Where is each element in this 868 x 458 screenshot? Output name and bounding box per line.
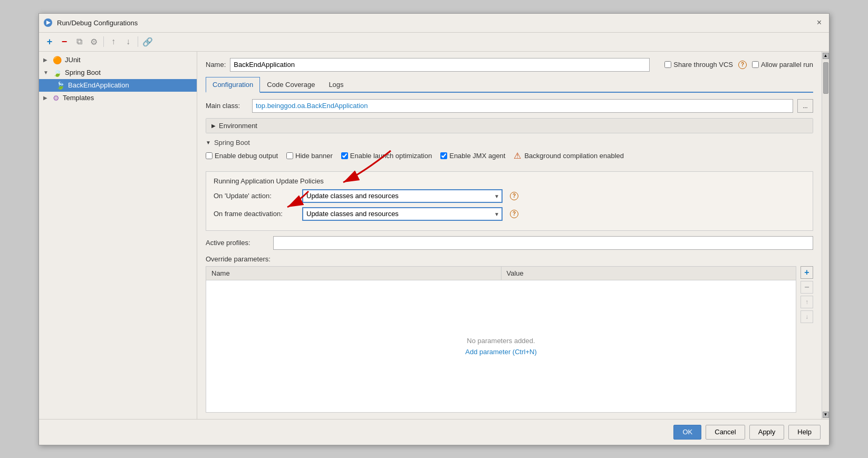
table-down-button[interactable]: ↓	[801, 310, 813, 323]
toolbar: + − ⧉ ⚙ ↑ ↓ 🔗	[39, 33, 829, 52]
env-arrow: ▶	[211, 123, 216, 129]
launch-opt-checkbox[interactable]	[341, 152, 348, 159]
jmx-agent-text: Enable JMX agent	[449, 152, 505, 160]
environment-label: Environment	[219, 122, 257, 130]
ok-button[interactable]: OK	[673, 425, 701, 440]
share-vcs-label[interactable]: Share through VCS	[664, 61, 733, 69]
tab-code-coverage[interactable]: Code Coverage	[260, 77, 322, 93]
settings-button[interactable]: ⚙	[88, 35, 100, 48]
app-icon	[43, 18, 53, 27]
jmx-agent-checkbox[interactable]	[440, 152, 447, 159]
on-frame-help-icon[interactable]: ?	[510, 210, 518, 218]
on-update-label: On 'Update' action:	[214, 192, 298, 200]
no-params-text: No parameters added.	[467, 337, 535, 345]
table-body: No parameters added. Add parameter (Ctrl…	[206, 280, 796, 412]
share-vcs-help-icon[interactable]: ?	[738, 61, 747, 69]
table-side-buttons: + − ↑ ↓	[801, 266, 813, 413]
tab-logs[interactable]: Logs	[322, 77, 350, 93]
on-update-help-icon[interactable]: ?	[510, 192, 518, 200]
debug-output-label[interactable]: Enable debug output	[206, 152, 278, 160]
springboot-section: ▼ Spring Boot Enable debug output Hide b…	[206, 139, 813, 166]
cancel-button[interactable]: Cancel	[706, 425, 745, 440]
sidebar-item-backendapp[interactable]: 🍃 BackEndApplication	[39, 79, 197, 92]
move-up-button[interactable]: ↑	[107, 35, 120, 48]
right-panel-wrapper: Name: Share through VCS ? Allow parallel…	[197, 52, 829, 419]
remove-config-button[interactable]: −	[58, 35, 71, 48]
expand-arrow-templates: ▶	[43, 95, 50, 101]
launch-opt-label[interactable]: Enable launch optimization	[341, 152, 432, 160]
sidebar-item-templates[interactable]: ▶ ⚙ Templates	[39, 92, 197, 104]
on-frame-label: On frame deactivation:	[214, 210, 298, 218]
scroll-up-button[interactable]: ▲	[823, 53, 829, 59]
main-class-row: Main class: ...	[206, 99, 813, 113]
sidebar-item-springboot-label: Spring Boot	[65, 69, 101, 76]
title-bar: Run/Debug Configurations ×	[39, 14, 829, 33]
add-config-button[interactable]: +	[43, 35, 56, 48]
table-header: Name Value	[206, 267, 796, 280]
expand-arrow-junit: ▶	[43, 57, 50, 63]
sidebar-item-junit-label: JUnit	[65, 56, 81, 64]
scroll-down-button[interactable]: ▼	[823, 412, 829, 418]
sidebar-item-springboot[interactable]: ▼ 🍃 Spring Boot	[39, 66, 197, 79]
active-profiles-row: Active profiles:	[206, 236, 813, 250]
on-update-select[interactable]: Do nothing Update classes and resources …	[302, 189, 503, 203]
right-content: Name: Share through VCS ? Allow parallel…	[197, 52, 822, 419]
name-input[interactable]	[230, 58, 650, 72]
on-frame-select[interactable]: Do nothing Update classes and resources …	[302, 207, 503, 221]
bg-compilation-label[interactable]: ⚠ Background compilation enabled	[514, 151, 624, 161]
dialog-title: Run/Debug Configurations	[57, 19, 809, 27]
share-vcs-checkbox[interactable]	[664, 61, 671, 68]
checkboxes-row: Enable debug output Hide banner Enable l…	[206, 151, 813, 161]
update-policies: Running Application Update Policies On '…	[206, 171, 813, 231]
main-content: ▶ 🟠 JUnit ▼ 🍃 Spring Boot 🍃 BackEndAppli…	[39, 52, 829, 419]
table-up-button[interactable]: ↑	[801, 296, 813, 308]
share-vcs-text: Share through VCS	[673, 61, 733, 69]
hide-banner-text: Hide banner	[295, 152, 333, 160]
scroll-area: ▲ ▼	[822, 52, 829, 419]
bottom-buttons: OK Cancel Apply Help	[39, 419, 829, 445]
templates-icon: ⚙	[53, 94, 60, 102]
table-remove-button[interactable]: −	[801, 281, 813, 294]
jmx-agent-label[interactable]: Enable JMX agent	[440, 152, 505, 160]
col-name: Name	[206, 267, 501, 280]
table-add-button[interactable]: +	[801, 266, 813, 279]
sidebar: ▶ 🟠 JUnit ▼ 🍃 Spring Boot 🍃 BackEndAppli…	[39, 52, 197, 419]
name-label: Name:	[206, 61, 226, 69]
hide-banner-checkbox[interactable]	[286, 152, 293, 159]
main-class-label: Main class:	[206, 102, 248, 110]
warning-icon: ⚠	[514, 151, 521, 161]
dialog: Run/Debug Configurations × + − ⧉ ⚙ ↑ ↓ 🔗…	[38, 13, 830, 445]
toolbar-divider	[103, 36, 104, 47]
add-param-link[interactable]: Add parameter (Ctrl+N)	[465, 348, 536, 356]
name-row: Name: Share through VCS ? Allow parallel…	[206, 58, 813, 72]
top-right-options: Share through VCS ? Allow parallel run	[664, 61, 813, 69]
sidebar-item-templates-label: Templates	[63, 94, 94, 102]
active-profiles-input[interactable]	[273, 236, 813, 250]
springboot-arrow: ▼	[206, 140, 211, 145]
tab-configuration[interactable]: Configuration	[206, 77, 260, 93]
link-button[interactable]: 🔗	[141, 35, 154, 48]
allow-parallel-checkbox[interactable]	[752, 61, 759, 68]
backendapp-icon: 🍃	[56, 81, 65, 90]
hide-banner-label[interactable]: Hide banner	[286, 152, 333, 160]
sidebar-item-junit[interactable]: ▶ 🟠 JUnit	[39, 54, 197, 66]
update-policies-title: Running Application Update Policies	[214, 177, 805, 185]
debug-output-text: Enable debug output	[215, 152, 278, 160]
col-value: Value	[501, 267, 796, 280]
allow-parallel-label[interactable]: Allow parallel run	[752, 61, 813, 69]
main-class-input[interactable]	[252, 99, 793, 113]
override-section: Override parameters: Name Value No param…	[206, 255, 813, 413]
springboot-icon: 🍃	[53, 69, 62, 77]
environment-section: ▶ Environment	[206, 118, 813, 133]
debug-output-checkbox[interactable]	[206, 152, 213, 159]
browse-button[interactable]: ...	[797, 99, 813, 113]
apply-button[interactable]: Apply	[749, 425, 785, 440]
sidebar-item-backendapp-label: BackEndApplication	[68, 81, 129, 89]
move-down-button[interactable]: ↓	[122, 35, 134, 48]
expand-arrow-springboot: ▼	[43, 70, 50, 75]
scroll-thumb[interactable]	[823, 62, 828, 94]
environment-header[interactable]: ▶ Environment	[206, 119, 813, 133]
copy-config-button[interactable]: ⧉	[73, 35, 85, 48]
help-button[interactable]: Help	[788, 425, 821, 440]
close-button[interactable]: ×	[814, 17, 825, 28]
